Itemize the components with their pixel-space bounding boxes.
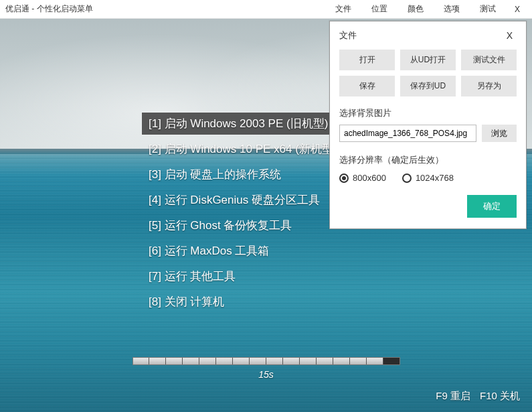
hotkey-reboot: F9 重启 (436, 390, 470, 403)
boot-menu-list: [1] 启动 Windows 2003 PE (旧机型) [2] 启动 Wind… (142, 113, 344, 316)
dialog-title: 文件 (339, 29, 357, 42)
test-file-button[interactable]: 测试文件 (461, 50, 517, 70)
window-close-button[interactable]: X (508, 3, 527, 15)
bg-image-label: 选择背景图片 (339, 107, 517, 119)
countdown-progress: 15s (132, 357, 400, 380)
confirm-button[interactable]: 确定 (467, 195, 517, 218)
resolution-label: 选择分辨率（确定后生效） (339, 154, 517, 166)
hotkey-shutdown: F10 关机 (480, 390, 520, 403)
save-as-button[interactable]: 另存为 (461, 76, 517, 96)
confirm-row: 确定 (339, 195, 517, 218)
boot-item-3[interactable]: [3] 启动 硬盘上的操作系统 (142, 163, 344, 186)
radio-icon (402, 174, 412, 183)
boot-item-1[interactable]: [1] 启动 Windows 2003 PE (旧机型) (142, 113, 344, 135)
open-from-ud-button[interactable]: 从UD打开 (400, 50, 456, 70)
save-to-ud-button[interactable]: 保存到UD (400, 76, 456, 96)
open-button[interactable]: 打开 (339, 50, 395, 70)
boot-item-2[interactable]: [2] 启动 Windows 10 PE x64 (新机型) (142, 138, 344, 160)
progress-bar (132, 357, 400, 365)
boot-item-7[interactable]: [7] 运行 其他工具 (142, 265, 344, 287)
boot-item-6[interactable]: [6] 运行 MaxDos 工具箱 (142, 240, 344, 262)
menubar: 优启通 - 个性化启动菜单 文件 位置 颜色 选项 测试 X (0, 0, 532, 19)
preview-canvas: [1] 启动 Windows 2003 PE (旧机型) [2] 启动 Wind… (0, 19, 532, 412)
boot-item-5[interactable]: [5] 运行 Ghost 备份恢复工具 (142, 214, 344, 236)
radio-1024x768[interactable]: 1024x768 (402, 173, 454, 183)
dialog-header: 文件 X (339, 29, 517, 42)
file-dialog: 文件 X 打开 从UD打开 测试文件 保存 保存到UD 另存为 选择背景图片 浏… (329, 21, 527, 229)
boot-item-4[interactable]: [4] 运行 DiskGenius 硬盘分区工具 (142, 189, 344, 211)
radio-label: 1024x768 (416, 173, 454, 183)
radio-800x600[interactable]: 800x600 (339, 173, 386, 183)
browse-button[interactable]: 浏览 (482, 125, 517, 142)
menu-color[interactable]: 颜色 (404, 2, 428, 16)
boot-item-8[interactable]: [8] 关闭 计算机 (142, 291, 344, 313)
app-title: 优启通 - 个性化启动菜单 (5, 3, 331, 15)
dialog-button-grid: 打开 从UD打开 测试文件 保存 保存到UD 另存为 (339, 50, 517, 96)
menubar-items: 文件 位置 颜色 选项 测试 (331, 2, 500, 16)
menu-position[interactable]: 位置 (367, 2, 391, 16)
menu-options[interactable]: 选项 (440, 2, 464, 16)
save-button[interactable]: 保存 (339, 76, 395, 96)
menu-test[interactable]: 测试 (476, 2, 500, 16)
bg-file-row: 浏览 (339, 125, 517, 142)
menu-file[interactable]: 文件 (331, 2, 355, 16)
resolution-radios: 800x600 1024x768 (339, 173, 517, 183)
dialog-close-button[interactable]: X (503, 30, 517, 41)
bg-file-input[interactable] (339, 125, 476, 142)
footer-hotkeys: F9 重启 F10 关机 (436, 390, 520, 403)
radio-label: 800x600 (353, 173, 386, 183)
radio-icon (339, 174, 349, 183)
countdown-text: 15s (132, 369, 400, 380)
